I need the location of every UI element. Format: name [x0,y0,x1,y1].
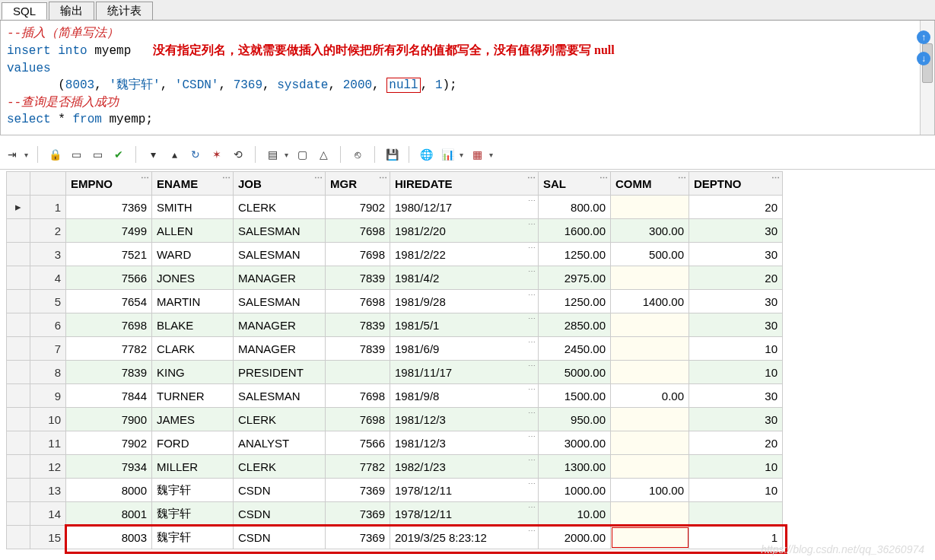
cell-hiredate[interactable]: 1981/4/2⋯ [390,266,539,290]
cell-empno[interactable]: 7844 [66,384,152,408]
globe-icon[interactable]: 🌐 [418,147,434,162]
cell-comm[interactable] [611,408,689,431]
cell-job[interactable]: CLERK [234,196,326,219]
cell-ename[interactable]: ALLEN [152,219,234,243]
cell-sal[interactable]: 1250.00 [539,290,611,313]
cell-hiredate[interactable]: 1981/5/1⋯ [390,313,539,337]
cell-empno[interactable]: 8000 [66,479,152,502]
cell-mgr[interactable] [326,361,390,384]
cell-ename[interactable]: 魏宇轩 [152,479,234,502]
chart-icon[interactable]: 📊 [440,147,455,162]
cell-sal[interactable]: 3000.00 [539,431,611,455]
cell-ename[interactable]: CLARK [152,337,234,361]
cell-comm[interactable] [611,313,689,337]
cell-ename[interactable]: 魏宇轩 [152,526,234,549]
arrow-up-button[interactable]: ↑ [917,30,930,44]
cell-mgr[interactable]: 7566 [326,431,390,455]
cell-deptno[interactable] [689,502,783,526]
cell-comm[interactable] [611,526,689,549]
refresh-icon[interactable]: ↻ [188,147,203,162]
cell-sal[interactable]: 1000.00 [539,479,611,502]
cell-ename[interactable]: JONES [152,266,234,290]
link-icon[interactable]: ⎋ [350,147,365,162]
lock-icon[interactable]: 🔒 [47,147,62,162]
column-hiredate[interactable]: HIREDATE⋯ [390,172,539,196]
save-icon[interactable]: 💾 [384,147,399,162]
table-row[interactable]: 37521WARDSALESMAN76981981/2/22⋯1250.0050… [7,243,783,266]
cell-job[interactable]: ANALYST [234,431,326,455]
cell-sal[interactable]: 1500.00 [539,384,611,408]
filter-desc-icon[interactable]: ▴ [167,147,182,162]
table-row[interactable]: 77782CLARKMANAGER78391981/6/9⋯2450.0010 [7,337,783,361]
cell-mgr[interactable]: 7698 [326,384,390,408]
clear-icon[interactable]: ⟲ [231,147,246,162]
cell-sal[interactable]: 2975.00 [539,266,611,290]
results-grid[interactable]: EMPNO⋯ENAME⋯JOB⋯MGR⋯HIREDATE⋯SAL⋯COMM⋯DE… [6,171,783,549]
cell-job[interactable]: MANAGER [234,266,326,290]
nav-icon[interactable]: ⇥ [5,147,20,162]
cell-mgr[interactable]: 7369 [326,479,390,502]
table-row[interactable]: 117902FORDANALYST75661981/12/3⋯3000.0020 [7,431,783,455]
cell-deptno[interactable]: 20 [689,266,783,290]
cell-deptno[interactable]: 30 [689,243,783,266]
column-ename[interactable]: ENAME⋯ [152,172,234,196]
cell-mgr[interactable]: 7698 [326,219,390,243]
cell-empno[interactable]: 7698 [66,313,152,337]
cell-job[interactable]: CSDN [234,479,326,502]
cell-ename[interactable]: WARD [152,243,234,266]
cell-deptno[interactable]: 30 [689,408,783,431]
cell-empno[interactable]: 7654 [66,290,152,313]
cell-ename[interactable]: KING [152,361,234,384]
table-row[interactable]: 47566JONESMANAGER78391981/4/2⋯2975.0020 [7,266,783,290]
tab-sql[interactable]: SQL [2,2,47,20]
cell-empno[interactable]: 8001 [66,502,152,526]
cell-mgr[interactable]: 7369 [326,502,390,526]
cell-comm[interactable]: 100.00 [611,479,689,502]
cell-comm[interactable]: 0.00 [611,384,689,408]
grid-view-icon[interactable]: ▤ [265,147,280,162]
cell-job[interactable]: CSDN [234,526,326,549]
cell-sal[interactable]: 2850.00 [539,313,611,337]
column-job[interactable]: JOB⋯ [234,172,326,196]
single-view-icon[interactable]: ▢ [294,147,310,162]
cell-job[interactable]: SALESMAN [234,243,326,266]
cell-deptno[interactable]: 30 [689,384,783,408]
cell-mgr[interactable]: 7902 [326,196,390,219]
cell-ename[interactable]: SMITH [152,196,234,219]
table-row[interactable]: 97844TURNERSALESMAN76981981/9/8⋯1500.000… [7,384,783,408]
cell-ename[interactable]: BLAKE [152,313,234,337]
cell-ename[interactable]: MARTIN [152,290,234,313]
cell-hiredate[interactable]: 1981/12/3⋯ [390,431,539,455]
cell-hiredate[interactable]: 1981/9/8⋯ [390,384,539,408]
tab-output[interactable]: 输出 [49,2,94,20]
cell-hiredate[interactable]: 1982/1/23⋯ [390,455,539,479]
cell-empno[interactable]: 8003 [66,526,152,549]
cell-empno[interactable]: 7369 [66,196,152,219]
cell-deptno[interactable]: 30 [689,290,783,313]
cell-ename[interactable]: 魏宇轩 [152,502,234,526]
cell-empno[interactable]: 7782 [66,337,152,361]
add-row-icon[interactable]: ▭ [68,147,84,162]
cell-mgr[interactable]: 7839 [326,313,390,337]
cell-sal[interactable]: 1300.00 [539,455,611,479]
cell-comm[interactable] [611,502,689,526]
cell-hiredate[interactable]: 1981/2/22⋯ [390,243,539,266]
cell-comm[interactable]: 300.00 [611,219,689,243]
cell-empno[interactable]: 7521 [66,243,152,266]
cell-comm[interactable] [611,455,689,479]
cell-job[interactable]: MANAGER [234,337,326,361]
cell-hiredate[interactable]: 1981/6/9⋯ [390,337,539,361]
cell-sal[interactable]: 800.00 [539,196,611,219]
cell-comm[interactable] [611,196,689,219]
column-comm[interactable]: COMM⋯ [611,172,689,196]
cell-job[interactable]: SALESMAN [234,290,326,313]
cell-job[interactable]: PRESIDENT [234,361,326,384]
cell-sal[interactable]: 5000.00 [539,361,611,384]
cell-deptno[interactable]: 30 [689,219,783,243]
column-mgr[interactable]: MGR⋯ [326,172,390,196]
cell-hiredate[interactable]: 2019/3/25 8:23:12⋯ [390,526,539,549]
cell-empno[interactable]: 7902 [66,431,152,455]
table-row[interactable]: 57654MARTINSALESMAN76981981/9/28⋯1250.00… [7,290,783,313]
cell-mgr[interactable]: 7698 [326,243,390,266]
cell-hiredate[interactable]: 1978/12/11⋯ [390,479,539,502]
